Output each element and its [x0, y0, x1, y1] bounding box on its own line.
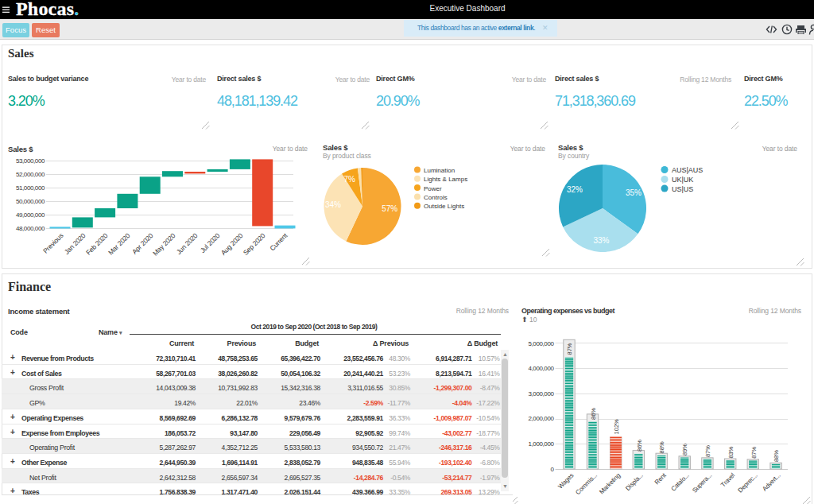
svg-text:Wages: Wages [556, 471, 575, 490]
svg-text:48,000,000: 48,000,000 [16, 225, 45, 232]
svg-text:88%: 88% [773, 450, 780, 462]
svg-text:4,000,000: 4,000,000 [529, 365, 555, 372]
svg-text:AUS|AUS: AUS|AUS [672, 166, 703, 174]
svg-text:50,000,000: 50,000,000 [16, 198, 45, 205]
svg-text:UK|UK: UK|UK [672, 176, 693, 184]
svg-text:49,000,000: 49,000,000 [16, 211, 45, 219]
svg-text:Marketing: Marketing [598, 472, 622, 496]
svg-text:Aug 2020: Aug 2020 [219, 231, 245, 257]
svg-text:34%: 34% [325, 200, 341, 209]
svg-text:US|US: US|US [672, 185, 693, 193]
svg-text:87%: 87% [566, 343, 573, 355]
svg-text:Displa...: Displa... [624, 472, 645, 493]
svg-text:Advert...: Advert... [761, 472, 781, 493]
svg-text:51,000,000: 51,000,000 [16, 184, 45, 192]
svg-text:5,000,000: 5,000,000 [529, 340, 555, 347]
svg-text:35%: 35% [626, 188, 642, 197]
svg-text:Travel: Travel [719, 471, 736, 488]
svg-text:Current: Current [268, 231, 289, 253]
svg-text:52,000,000: 52,000,000 [16, 171, 45, 178]
svg-text:0: 0 [550, 466, 554, 473]
svg-text:Catalo...: Catalo... [669, 472, 690, 493]
svg-text:102%: 102% [613, 419, 620, 435]
svg-text:Previous: Previous [41, 231, 64, 254]
svg-text:3,000,000: 3,000,000 [529, 390, 555, 397]
svg-text:88%: 88% [658, 441, 665, 453]
svg-text:Mar 2020: Mar 2020 [107, 231, 132, 257]
svg-text:89%: 89% [681, 444, 688, 456]
svg-text:Jan 2020: Jan 2020 [63, 231, 87, 256]
svg-text:7%: 7% [344, 175, 356, 184]
svg-text:Supera...: Supera... [691, 472, 713, 494]
svg-text:Lumination: Lumination [424, 167, 455, 174]
svg-text:Deprec...: Deprec... [737, 472, 759, 494]
svg-text:1,000,000: 1,000,000 [529, 440, 555, 448]
svg-text:Feb 2020: Feb 2020 [84, 231, 110, 257]
svg-text:83%: 83% [727, 446, 735, 458]
svg-text:53,000,000: 53,000,000 [16, 157, 45, 165]
svg-text:Controls: Controls [424, 194, 448, 201]
svg-text:86%: 86% [590, 408, 597, 420]
svg-text:86%: 86% [636, 440, 643, 452]
svg-text:57%: 57% [382, 204, 397, 213]
svg-text:Sep 2020: Sep 2020 [242, 231, 267, 257]
svg-text:Outside Lights: Outside Lights [424, 203, 464, 210]
svg-text:32%: 32% [567, 185, 583, 194]
svg-text:Power: Power [424, 185, 442, 192]
svg-text:Commis...: Commis... [574, 472, 599, 497]
svg-text:2,000,000: 2,000,000 [529, 415, 555, 422]
svg-text:33%: 33% [593, 236, 609, 245]
svg-text:Jul 2020: Jul 2020 [199, 231, 222, 254]
svg-text:87%: 87% [750, 446, 758, 458]
svg-text:87%: 87% [704, 445, 711, 457]
svg-text:Lights & Lamps: Lights & Lamps [424, 176, 467, 183]
svg-text:Jun 2020: Jun 2020 [175, 231, 200, 256]
svg-text:Rent: Rent [653, 471, 668, 486]
svg-text:May 2020: May 2020 [151, 231, 177, 258]
